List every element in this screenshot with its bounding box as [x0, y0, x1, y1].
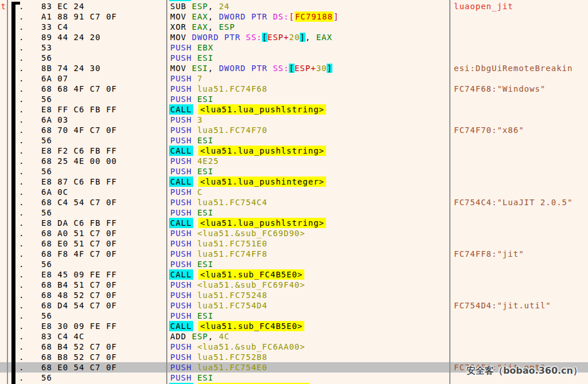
column-separator-address[interactable] — [7, 0, 8, 384]
asm-row[interactable]: .E8 FF C6 FB FFCALL <lua51.lua_pushlstri… — [0, 104, 588, 115]
instruction: PUSH ESI — [170, 166, 213, 177]
asm-row[interactable]: .68 68 4F C7 0FPUSH lua51.FC74F68FC74F68… — [0, 84, 588, 94]
comment: FC74F70:"x86" — [454, 125, 524, 135]
asm-row[interactable]: .56PUSH ESI — [0, 259, 588, 269]
clipped-call-highlight-top — [169, 0, 191, 1]
column-separator-comment[interactable] — [449, 0, 450, 384]
instruction: PUSH <lua51.&sub_FC69D90> — [170, 228, 305, 238]
asm-token: PUSH — [170, 115, 197, 124]
asm-token: , — [208, 22, 219, 32]
hex-bytes: 6A 03 — [41, 115, 68, 125]
asm-row[interactable]: .68 E0 51 C7 0FPUSH lua51.FC751E0 — [0, 238, 588, 249]
asm-token: ESP+ — [295, 64, 316, 73]
asm-row[interactable]: .56PUSH ESI — [0, 94, 588, 104]
asm-token: PUSH — [170, 167, 197, 176]
hex-bytes: E8 87 C6 FB FF — [41, 177, 117, 187]
instruction: CALL <lua51.sub_FC4B5E0> — [170, 269, 304, 280]
asm-row[interactable]: .83 C4 4CADD ESP, 4C — [0, 331, 588, 342]
row-dot: . — [19, 135, 24, 146]
asm-token: EAX — [192, 12, 208, 21]
instruction: PUSH <lua51.&sub_FC69F40> — [170, 280, 305, 290]
asm-row[interactable]: .E8 DA C6 FB FFCALL <lua51.lua_pushlstri… — [0, 218, 588, 228]
asm-row[interactable]: .56PUSH ESI — [0, 166, 588, 177]
asm-row[interactable]: .68 25 4E 00 00PUSH 4E25 — [0, 156, 588, 166]
asm-row[interactable]: .68 70 4F C7 0FPUSH lua51.FC74F70FC74F70… — [0, 125, 588, 135]
column-separator-hexdump[interactable] — [166, 0, 167, 384]
asm-row[interactable]: .83 EC 24SUB ESP, 24luaopen_jit — [0, 1, 588, 11]
asm-row[interactable]: .33 C4XOR EAX, ESP — [0, 22, 588, 32]
asm-token — [193, 146, 198, 155]
asm-token: ESP — [192, 332, 208, 341]
instruction: PUSH C — [170, 187, 203, 197]
instruction: PUSH ESI — [170, 311, 213, 321]
row-dot: . — [19, 63, 24, 73]
asm-token: ESI — [197, 208, 213, 217]
row-dot: . — [19, 53, 24, 63]
asm-token: DWORD PTR — [219, 64, 273, 73]
asm-row[interactable]: .E8 45 09 FE FFCALL <lua51.sub_FC4B5E0> — [0, 269, 588, 280]
hex-bytes: 33 C4 — [41, 22, 68, 32]
asm-row[interactable]: .68 B4 51 C7 0FPUSH <lua51.&sub_FC69F40> — [0, 280, 588, 290]
asm-token: ESI — [197, 95, 213, 104]
asm-row[interactable]: .56PUSH ESI — [0, 53, 588, 63]
asm-row[interactable]: .68 F8 4F C7 0FPUSH lua51.FC74FF8FC74FF8… — [0, 249, 588, 259]
instruction: PUSH lua51.FC74F68 — [170, 84, 268, 94]
instruction: PUSH ESI — [170, 135, 213, 146]
instruction: PUSH EBX — [170, 42, 213, 53]
hex-bytes: 6A 0C — [41, 187, 68, 197]
asm-row[interactable]: .89 44 24 20MOV DWORD PTR SS:[ESP+20], E… — [0, 32, 588, 42]
instruction: PUSH ESI — [170, 259, 213, 269]
asm-row[interactable]: .6A 0CPUSH C — [0, 187, 588, 197]
asm-row[interactable]: .68 B4 52 C7 0FPUSH <lua51.&sub_FC6AA00> — [0, 342, 588, 352]
hex-bytes: 89 44 24 20 — [41, 32, 101, 42]
asm-row[interactable]: .E8 30 09 FE FFCALL <lua51.sub_FC4B5E0> — [0, 321, 588, 331]
asm-row[interactable]: .E8 87 C6 FB FFCALL <lua51.lua_pushinteg… — [0, 177, 588, 187]
asm-token — [193, 177, 198, 186]
asm-row[interactable]: .6A 07PUSH 7 — [0, 73, 588, 84]
asm-token: ] — [334, 12, 339, 21]
asm-row[interactable]: .A1 88 91 C7 0FMOV EAX, DWORD PTR DS:[FC… — [0, 11, 588, 22]
instruction: PUSH ESI — [170, 373, 213, 383]
call-target-highlight: <lua51.sub_FC4B5E0> — [198, 269, 304, 280]
asm-row[interactable]: .56PUSH ESI — [0, 207, 588, 218]
asm-row[interactable]: .E8 F2 C6 FB FFCALL <lua51.lua_pushlstri… — [0, 146, 588, 156]
asm-token: PUSH — [170, 311, 197, 320]
asm-row[interactable]: .53PUSH EBX — [0, 42, 588, 53]
row-dot: . — [19, 311, 24, 321]
asm-token: PUSH — [170, 187, 197, 197]
asm-row[interactable]: .8B 74 24 30MOV ESI, DWORD PTR SS:[ESP+3… — [0, 63, 588, 73]
row-dot: . — [19, 300, 24, 311]
asm-row[interactable]: .68 C4 54 C7 0FPUSH lua51.FC754C4FC754C4… — [0, 197, 588, 207]
asm-row[interactable]: .6A 03PUSH 3 — [0, 115, 588, 125]
asm-token: , — [208, 64, 219, 73]
asm-token: 20 — [289, 33, 300, 42]
call-target-highlight: <lua51.lua_pushinteger> — [198, 177, 326, 187]
asm-token: SS: — [246, 33, 262, 42]
hex-bytes: 56 — [41, 135, 52, 146]
asm-row[interactable]: .68 D4 54 C7 0FPUSH lua51.FC754D4FC754D4… — [0, 300, 588, 311]
asm-row[interactable]: .68 48 52 C7 0FPUSH lua51.FC75248 — [0, 290, 588, 300]
asm-row[interactable]: .56PUSH ESI — [0, 311, 588, 321]
comment: FC74F68:"Windows" — [454, 84, 546, 94]
row-dot: . — [19, 104, 24, 115]
hex-bytes: 68 48 52 C7 0F — [41, 290, 117, 300]
asm-token: lua51.FC754C4 — [197, 198, 268, 207]
asm-token — [193, 270, 198, 279]
row-dot: . — [19, 177, 24, 187]
asm-token: PUSH — [170, 156, 197, 166]
call-target-highlight: <lua51.sub_FC4B5E0> — [198, 321, 304, 331]
comment: FC754C4:"LuaJIT 2.0.5" — [454, 197, 573, 207]
row-dot: . — [19, 125, 24, 135]
asm-token: lua51.FC754D4 — [197, 301, 268, 310]
instruction: PUSH 4E25 — [170, 156, 219, 166]
asm-token: 7 — [197, 74, 202, 83]
asm-token: MOV — [170, 12, 192, 21]
instruction: ADD ESP, 4C — [170, 331, 230, 342]
asm-row[interactable]: .68 A0 51 C7 0FPUSH <lua51.&sub_FC69D90> — [0, 228, 588, 238]
hex-bytes: 56 — [41, 311, 52, 321]
call-mnemonic-highlight: CALL — [169, 321, 193, 331]
asm-token: ESI — [197, 53, 213, 62]
asm-row[interactable]: .56PUSH ESI — [0, 135, 588, 146]
asm-token: PUSH — [170, 126, 197, 135]
asm-row[interactable]: .68 B8 52 C7 0FPUSH lua51.FC752B8 — [0, 352, 588, 362]
